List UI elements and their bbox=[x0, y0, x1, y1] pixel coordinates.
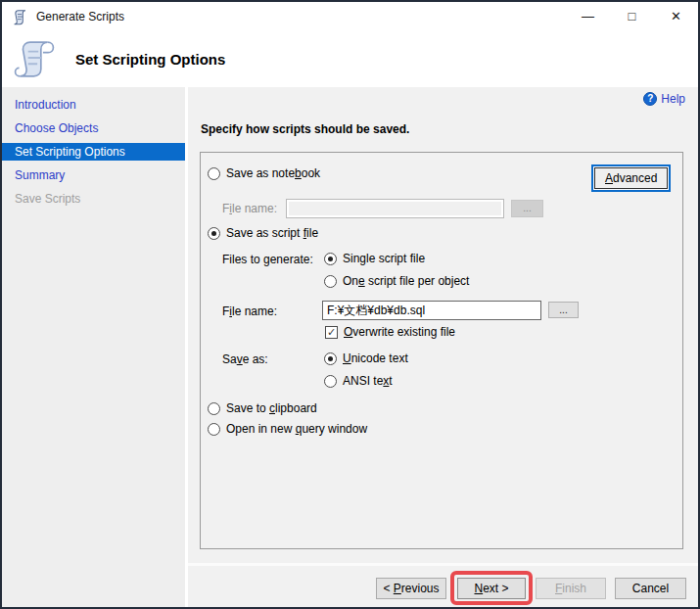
main-pane: ? Help Specify how scripts should be sav… bbox=[188, 87, 698, 607]
help-icon[interactable]: ? bbox=[643, 92, 657, 106]
window-title: Generate Scripts bbox=[36, 10, 124, 23]
next-button[interactable]: Next > bbox=[457, 578, 526, 599]
save-as-script-file-option[interactable]: Save as script file bbox=[208, 226, 318, 240]
close-button[interactable]: ✕ bbox=[654, 2, 698, 31]
save-as-script-file-radio[interactable] bbox=[208, 227, 220, 240]
advanced-button-focus-ring: Advanced bbox=[591, 164, 671, 192]
page-title: Set Scripting Options bbox=[75, 31, 225, 87]
open-query-window-label: Open in new query window bbox=[226, 422, 367, 436]
files-to-generate-label: Files to generate: bbox=[222, 253, 313, 266]
footer-divider bbox=[188, 563, 698, 566]
ansi-text-option[interactable]: ANSI text bbox=[324, 374, 393, 388]
previous-button[interactable]: < Previous bbox=[376, 578, 446, 599]
sidebar-item-set-scripting-options[interactable]: Set Scripting Options bbox=[2, 143, 185, 161]
notebook-file-name-input bbox=[286, 199, 504, 218]
help-label[interactable]: Help bbox=[661, 92, 685, 106]
single-script-file-label: Single script file bbox=[343, 252, 425, 265]
save-as-notebook-radio[interactable] bbox=[208, 167, 220, 180]
single-script-file-option[interactable]: Single script file bbox=[324, 252, 425, 265]
unicode-text-label: Unicode text bbox=[343, 351, 408, 365]
finish-button: Finish bbox=[536, 578, 606, 599]
save-as-notebook-option[interactable]: Save as notebook bbox=[208, 166, 320, 180]
browse-button[interactable]: ... bbox=[548, 302, 579, 318]
sidebar-item-introduction[interactable]: Introduction bbox=[2, 96, 185, 114]
title-bar: Generate Scripts — □ ✕ bbox=[2, 2, 698, 31]
ansi-text-radio[interactable] bbox=[324, 375, 337, 388]
save-to-clipboard-radio[interactable] bbox=[208, 402, 220, 415]
minimize-button[interactable]: — bbox=[566, 2, 610, 31]
sidebar-item-choose-objects[interactable]: Choose Objects bbox=[2, 119, 185, 137]
save-options-groupbox: Save as notebook Advanced File name: ...… bbox=[200, 152, 683, 549]
wizard-header: Set Scripting Options bbox=[2, 31, 698, 87]
save-as-label: Save as: bbox=[222, 352, 268, 366]
open-query-window-radio[interactable] bbox=[208, 423, 220, 436]
ansi-text-label: ANSI text bbox=[343, 374, 393, 388]
save-as-notebook-label: Save as notebook bbox=[226, 166, 320, 180]
open-query-window-option[interactable]: Open in new query window bbox=[208, 422, 367, 436]
next-button-highlight: Next > bbox=[450, 571, 533, 605]
save-as-script-file-label: Save as script file bbox=[226, 226, 318, 240]
scroll-icon bbox=[12, 9, 28, 25]
advanced-button[interactable]: Advanced bbox=[594, 167, 668, 189]
wizard-steps-sidebar: Introduction Choose Objects Set Scriptin… bbox=[2, 87, 188, 607]
unicode-text-radio[interactable] bbox=[324, 352, 337, 365]
sidebar-item-save-scripts: Save Scripts bbox=[2, 190, 185, 208]
one-script-per-object-label: One script file per object bbox=[343, 274, 469, 288]
file-name-label: File name: bbox=[222, 304, 277, 318]
save-to-clipboard-label: Save to clipboard bbox=[226, 401, 317, 415]
instruction-text: Specify how scripts should be saved. bbox=[201, 122, 409, 136]
unicode-text-option[interactable]: Unicode text bbox=[324, 351, 408, 365]
notebook-browse-button: ... bbox=[511, 200, 543, 217]
notebook-file-name-label: File name: bbox=[222, 202, 277, 215]
generate-scripts-window: Generate Scripts — □ ✕ Set Scripting Opt… bbox=[0, 0, 700, 609]
one-script-per-object-option[interactable]: One script file per object bbox=[324, 274, 469, 288]
save-to-clipboard-option[interactable]: Save to clipboard bbox=[208, 401, 317, 415]
overwrite-label: Overwrite existing file bbox=[344, 325, 455, 339]
check-icon: ✓ bbox=[327, 326, 336, 338]
one-script-per-object-radio[interactable] bbox=[324, 275, 337, 288]
overwrite-checkbox[interactable]: ✓ bbox=[325, 326, 338, 339]
overwrite-existing-file-option[interactable]: ✓ Overwrite existing file bbox=[325, 325, 455, 339]
maximize-button[interactable]: □ bbox=[610, 2, 654, 31]
file-name-input[interactable] bbox=[322, 301, 541, 320]
window-controls: — □ ✕ bbox=[566, 2, 698, 31]
sidebar-item-summary[interactable]: Summary bbox=[2, 166, 185, 184]
single-script-file-radio[interactable] bbox=[324, 253, 337, 265]
cancel-button[interactable]: Cancel bbox=[615, 578, 686, 599]
help-link[interactable]: ? Help bbox=[643, 92, 685, 106]
scroll-icon-large bbox=[14, 38, 55, 79]
content-area: Introduction Choose Objects Set Scriptin… bbox=[2, 87, 698, 607]
